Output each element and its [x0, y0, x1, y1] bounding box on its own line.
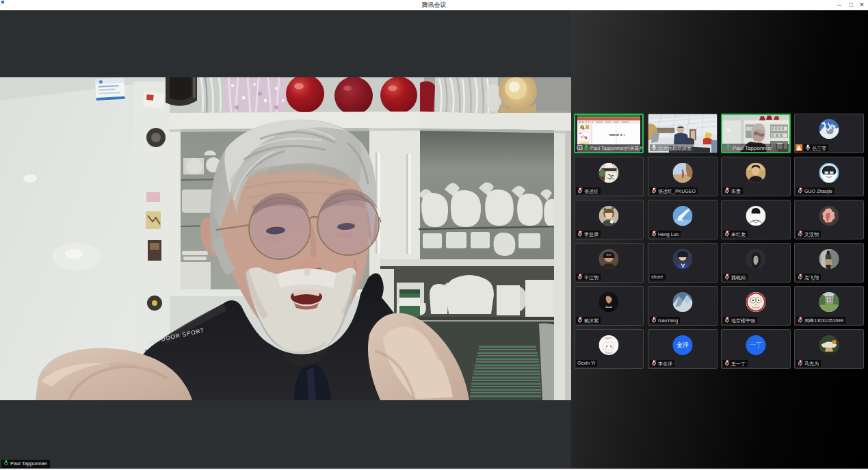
- svg-text:RICH: RICH: [607, 254, 611, 257]
- svg-text:HAPPY: HAPPY: [605, 337, 614, 340]
